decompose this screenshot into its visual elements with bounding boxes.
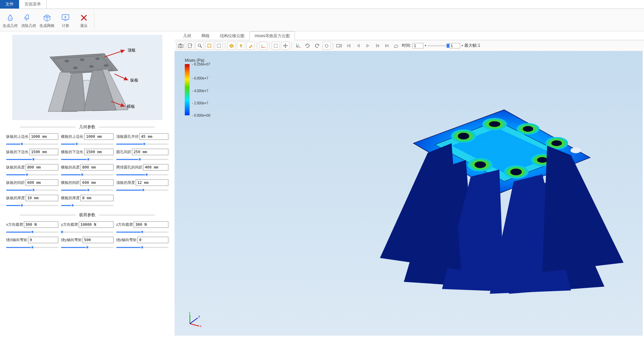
svg-point-9 [104,64,108,67]
export-icon[interactable] [186,42,194,50]
axis-xyz-icon[interactable]: ▾ [294,42,302,50]
param-slider[interactable] [6,187,58,193]
param-input[interactable] [84,149,113,155]
first-frame-icon[interactable] [345,42,353,50]
select-box-icon[interactable] [272,42,280,50]
param-slider[interactable] [116,229,168,235]
param-input[interactable] [79,221,114,228]
view-tab-结构位移云图[interactable]: 结构位移云图 [215,31,250,40]
param-slider[interactable] [6,141,58,147]
ribbon-calculate[interactable]: 计算 [57,10,74,30]
param-input[interactable] [29,133,58,140]
light-icon[interactable]: ▾ [237,42,245,50]
param-input[interactable] [29,149,58,155]
view-tab-网格[interactable]: 网格 [196,31,215,40]
view-tab-几何[interactable]: 几何 [178,31,196,40]
param-slider[interactable] [6,172,58,177]
param-input[interactable] [143,164,168,171]
move-icon[interactable] [281,42,289,50]
frame-slider[interactable] [428,45,448,46]
result-3d-view[interactable]: Mises (Pa) - 8.258e+07- 6.000e+7- 4.000e… [175,51,643,336]
param-slider[interactable] [116,141,168,147]
param-input[interactable] [26,164,58,171]
ribbon-label: 生成网格 [40,23,55,28]
menu-tab-file[interactable]: 文件 [0,0,19,9]
param-input[interactable] [139,133,168,140]
svg-point-55 [523,126,533,132]
rotate-ccw-icon[interactable] [303,42,312,50]
fit-icon[interactable] [205,42,213,50]
param-input[interactable] [136,179,168,186]
param-slider[interactable] [6,157,58,162]
param-slider[interactable] [61,229,113,235]
param-label: 顶板的厚度 [116,180,135,185]
zoom-icon[interactable] [196,42,204,50]
camera-icon[interactable] [177,42,185,50]
param-slider[interactable] [116,187,168,193]
param-slider[interactable] [6,245,58,250]
param-slider[interactable] [116,157,168,162]
geometry-diagram: 顶板 纵板 横板 [12,35,162,120]
menu-tab-page[interactable]: 页面菜单 [19,0,47,9]
param-input[interactable] [26,195,58,201]
cube-outline-icon[interactable] [323,42,331,50]
param-input[interactable] [26,179,58,186]
cube-view-icon[interactable]: ▾ [227,42,236,50]
param-label: 顶板圆孔半径 [116,134,139,139]
axis-x-icon[interactable]: ▾ [259,42,267,50]
param-label: 纵板的下边长 [6,149,29,155]
param-x方向载荷: x方向载荷 [6,221,58,235]
rotate-cw-icon[interactable] [313,42,321,50]
ribbon-clear-geometry[interactable]: 清除几何 [20,10,38,30]
param-y方向载荷: y方向载荷 [61,221,113,235]
ribbon-exit[interactable]: 退出 [75,10,93,30]
loop-icon[interactable] [392,42,401,50]
param-input[interactable] [80,164,113,171]
svg-point-57 [475,161,486,168]
param-slider[interactable] [6,203,58,208]
param-slider[interactable] [61,157,113,162]
last-frame-icon[interactable] [383,42,391,50]
brush-color-icon[interactable]: ▾ [246,42,255,50]
param-input[interactable] [80,179,113,186]
param-slider[interactable] [61,245,113,250]
load-params-grid: x方向载荷 y方向载荷 z方向载荷 绕X轴向弯矩 绕y轴向弯矩 绕z轴向弯矩 [3,221,172,250]
left-panel: 顶板 纵板 横板 几何参数 纵板的上边长 横板的上边长 顶板圆孔半径 纵板的下边… [0,31,175,337]
view-toolbar: ▾ ▾ ▾ ▾ ▾ 时间: ▾ ▾ 最 [175,40,644,51]
param-label: x方向载荷 [6,222,23,227]
view-tab-mises等效应力云图[interactable]: mises等效应力云图 [250,31,295,40]
ribbon-generate-mesh[interactable]: 生成网格 [38,10,56,30]
param-slider[interactable] [116,245,168,250]
param-input[interactable] [28,237,58,243]
time-input[interactable] [413,43,423,48]
play-icon[interactable] [364,42,372,50]
ribbon-generate-geometry[interactable]: 生成几何 [1,10,19,30]
svg-point-30 [240,44,242,46]
video-camera-icon[interactable] [335,42,343,50]
param-slider[interactable] [61,172,113,177]
param-横板的间距: 横板的间距 [61,179,113,193]
param-slider[interactable] [61,141,113,147]
param-label: 横板的下边长 [61,149,84,155]
prev-frame-icon[interactable] [354,42,362,50]
param-slider[interactable] [116,172,168,177]
param-input[interactable] [137,237,168,243]
param-slider[interactable] [61,203,113,208]
param-slider[interactable] [6,229,58,235]
param-绕y轴向弯矩: 绕y轴向弯矩 [61,237,113,250]
param-input[interactable] [134,221,168,228]
param-input[interactable] [83,237,114,243]
param-input[interactable] [132,149,168,155]
svg-point-8 [89,65,93,68]
param-input[interactable] [24,221,59,228]
param-圆孔间距: 圆孔间距 [116,149,168,162]
box-icon[interactable] [215,42,223,50]
param-input[interactable] [80,195,113,201]
frame-input[interactable] [449,43,460,48]
param-input[interactable] [84,133,113,140]
legend-tick: - 8.258e+07 [192,62,210,66]
param-slider[interactable] [61,187,113,193]
next-frame-icon[interactable] [373,42,381,50]
svg-point-25 [198,44,201,47]
svg-text:x: x [200,324,201,328]
